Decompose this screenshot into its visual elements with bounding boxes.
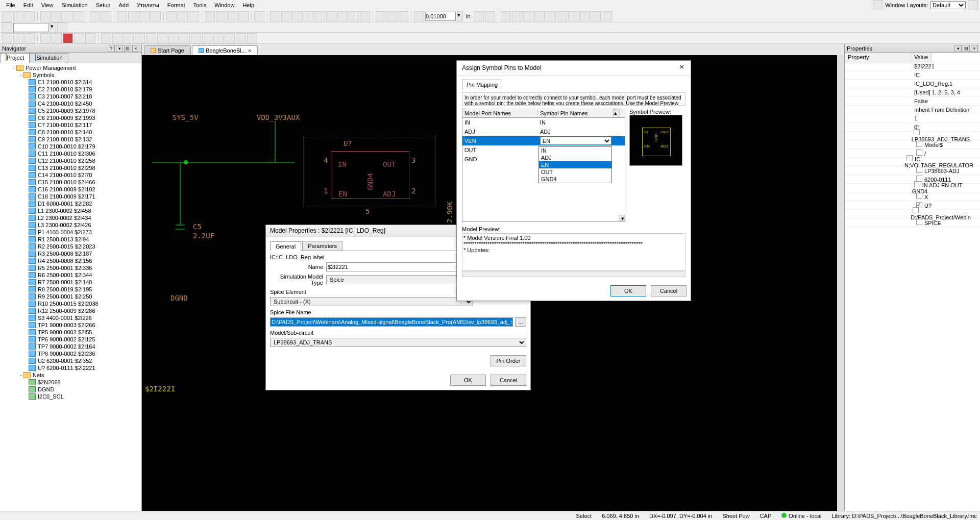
tbd-circle[interactable] [124,33,134,43]
tree-item-22[interactable]: R1 2500-0013 $2I94 [37,236,90,242]
tb-align7[interactable] [568,11,578,21]
tbd-6[interactable] [157,33,167,43]
tree-item-16[interactable]: C18 2100-0009 $2I171 [37,193,96,200]
tbd-5[interactable] [85,33,95,43]
symbol-pin-dropdown[interactable]: INADJENOUTGND4 [538,146,612,183]
menu-view[interactable]: View [37,1,58,9]
tbd-3[interactable] [24,33,35,43]
tree-symbols[interactable]: Symbols [32,72,55,78]
pin-table-scroll-down[interactable]: ▾ [619,215,625,221]
menu-window[interactable]: Window [210,1,238,9]
prop-close[interactable]: × [971,45,978,52]
tree-item-11[interactable]: C12 2100-0010 $2I258 [37,158,96,164]
tree-item-27[interactable]: R6 2500-0001 $2I344 [37,272,93,278]
tree-item-31[interactable]: R10 2500-0015 $2I2038 [37,301,100,307]
tb-sim9[interactable] [360,11,370,21]
tree-item-23[interactable]: R2 2500-0015 $2I2023 [37,243,96,250]
model-props-cancel[interactable]: Cancel [491,375,526,386]
tb-comp1[interactable] [205,11,215,21]
tree-net-0[interactable]: $2N2068 [37,379,62,385]
tb-find[interactable] [117,11,127,21]
tb-sim3[interactable] [292,11,303,21]
tb-print[interactable] [40,11,51,21]
tree-item-24[interactable]: R3 2500-0008 $2I187 [37,251,93,257]
tree-item-40[interactable]: U? 6200-0111 $2I2221 [37,365,96,371]
prop-row-6[interactable]: 1 [845,114,980,123]
tree-item-3[interactable]: C4 2100-0010 $2I450 [37,101,93,107]
tb-align8[interactable] [579,11,590,21]
menu-format[interactable]: Format [163,1,189,9]
tree-item-33[interactable]: S3 4400-0001 $2I226 [37,315,93,321]
tb-align10[interactable] [602,11,612,21]
prop-row-5[interactable]: Inherit From Definition [845,106,980,114]
canvas-scroll-v[interactable] [837,55,844,517]
tree-item-34[interactable]: TP1 9000-0003 $2I266 [37,322,96,328]
tb-comp4[interactable] [238,11,249,21]
tree-item-35[interactable]: TP5 9000-0002 $2I55 [37,329,93,335]
pin-order-button[interactable]: Pin Order [491,355,526,366]
pin-mapping-tab[interactable]: Pin Mapping [462,80,502,89]
tbd-2[interactable] [13,33,23,43]
tb-copy[interactable] [63,11,73,21]
tree-item-8[interactable]: C9 2100-0010 $2I132 [37,136,93,142]
tree-net-2[interactable]: I2C0_SCL [37,393,65,400]
window-layouts-save[interactable] [968,0,978,10]
tree-item-7[interactable]: C8 2100-0010 $2I140 [37,129,93,135]
tb-layers[interactable] [189,11,199,21]
tree-item-20[interactable]: L3 2300-0002 $2I426 [37,222,92,228]
prop-chk-11[interactable] [906,155,913,161]
col-symbol-pin[interactable]: Symbol Pin Names [538,109,614,117]
tab-start-page[interactable]: Start Page [144,45,191,55]
prop-row-1[interactable]: IC [845,71,980,80]
tree-power-mgmt[interactable]: Power Management [24,65,77,71]
tb-align3[interactable] [523,11,533,21]
tree-item-28[interactable]: R7 2500-0001 $2I148 [37,279,93,285]
tab-close[interactable]: × [248,48,251,54]
tb-snap[interactable] [178,11,188,21]
menu-simulation[interactable]: Simulation [57,1,91,9]
prop-row-17[interactable]: D:/PADS_Project/Webin [845,210,980,218]
menu-setup[interactable]: Setup [92,1,115,9]
tb-paste[interactable] [74,11,84,21]
tbd-8[interactable] [180,33,190,43]
prop-chk-18[interactable] [916,219,922,225]
prop-chk-9[interactable] [916,141,922,147]
dd-opt-2[interactable]: EN [539,161,611,168]
tbd-rect[interactable] [135,33,145,43]
tree-item-38[interactable]: TP8 9000-0002 $2I236 [37,351,96,357]
nav-tab-simulation[interactable]: Simulation [30,53,68,63]
model-preview-hscroll[interactable] [462,271,685,277]
tree-item-17[interactable]: D1 6000-0001 $2I282 [37,201,93,207]
tbd-net[interactable] [40,33,51,43]
tb-cut[interactable] [52,11,62,21]
tree-nets[interactable]: Nets [32,372,45,378]
prop-chk-8[interactable] [914,129,920,135]
tb-sim8[interactable] [349,11,359,21]
pin-row-0[interactable]: ININ [462,118,625,127]
spice-elem-select[interactable]: Subcircuit - (X) [270,297,473,306]
pin-row-2[interactable]: VENEN [462,136,625,145]
tree-item-2[interactable]: C3 2100-0007 $2I218 [37,93,93,100]
tree-item-39[interactable]: U2 6200-0001 $2I352 [37,358,93,364]
tree-item-4[interactable]: C5 2100-0009 $2I1978 [37,108,96,114]
tbd-line[interactable] [101,33,111,43]
tbd-poly[interactable] [146,33,156,43]
tree-item-26[interactable]: R5 2500-0001 $2I336 [37,265,93,271]
tbd-10[interactable] [202,33,212,43]
tree-item-32[interactable]: R12 2500-0009 $2I286 [37,308,96,314]
tb-align1[interactable] [501,11,511,21]
tb-sim2[interactable] [281,11,291,21]
tb-comp2[interactable] [216,11,226,21]
tbd-7[interactable] [168,33,179,43]
tb-mir[interactable] [398,11,408,21]
tree-item-19[interactable]: L2 2300-0002 $2I434 [37,215,92,221]
tb-grid-toggle[interactable] [414,11,424,21]
tree-item-18[interactable]: L1 2300-0002 $2I458 [37,208,92,214]
menu-utilities[interactable]: Утилиты [133,1,163,9]
assign-pins-ok[interactable]: OK [610,285,646,296]
pin-row-1[interactable]: ADJADJ [462,127,625,136]
tb-rot[interactable] [387,11,397,21]
nav-tab-project[interactable]: Project [0,53,30,63]
nav-help[interactable]: ? [108,45,115,52]
tab-parameters[interactable]: Parameters [302,241,342,251]
